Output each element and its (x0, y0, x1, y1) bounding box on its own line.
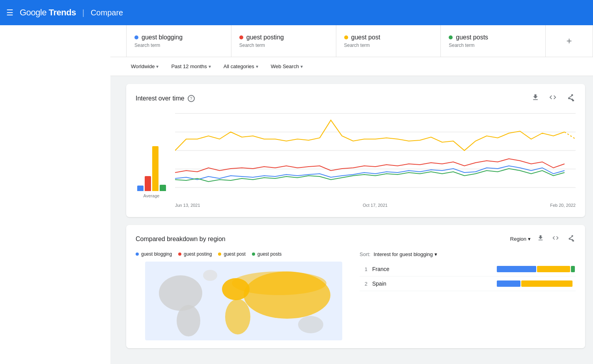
region-header: Compared breakdown by region Region ▾ (136, 233, 576, 245)
legend-dot-2 (178, 253, 181, 256)
time-filter[interactable]: Past 12 months ▾ (166, 60, 215, 72)
card-title-interest: Interest over time ? (136, 95, 195, 102)
term-dot-4 (449, 35, 453, 39)
share-button-region[interactable] (565, 233, 576, 245)
chart-main: 100 75 50 25 Jun 1 (175, 110, 576, 208)
share-button-interest[interactable] (565, 92, 576, 105)
region-body: guest blogging guest posting guest post (136, 251, 576, 340)
svg-point-15 (232, 271, 326, 295)
header-divider: | (82, 8, 84, 17)
sort-row: Sort: Interest for guest blogging ▾ (360, 251, 576, 257)
term-dot-3 (344, 35, 348, 39)
search-term-name-1: guest blogging (134, 34, 223, 41)
region-title: Compared breakdown by region (136, 236, 226, 243)
svg-point-11 (177, 305, 200, 336)
red-line (175, 159, 565, 173)
term-text-4: guest posts (456, 34, 488, 41)
term-label-4: Search term (449, 43, 537, 48)
search-term-name-2: guest posting (239, 34, 328, 41)
download-button-interest[interactable] (530, 92, 541, 105)
avg-legend: Average (136, 110, 167, 208)
term-dot-1 (134, 35, 138, 39)
menu-icon[interactable]: ☰ (6, 8, 13, 17)
search-term-cell-2[interactable]: guest posting Search term (231, 25, 336, 57)
region-section: Compared breakdown by region Region ▾ (126, 225, 585, 348)
legend-item-2: guest posting (178, 251, 212, 257)
spain-bar-yellow (521, 280, 572, 287)
country-name-france: France (372, 266, 492, 272)
x-axis-labels: Jun 13, 2021 Oct 17, 2021 Feb 20, 2022 (175, 201, 576, 208)
france-bar-blue (497, 266, 536, 272)
x-label-2: Oct 17, 2021 (363, 203, 388, 208)
card-actions-interest (530, 92, 576, 105)
sort-dropdown[interactable]: Interest for guest blogging ▾ (373, 251, 437, 257)
add-term-cell[interactable]: + (546, 25, 593, 57)
country-name-spain: Spain (372, 280, 492, 287)
search-term-cell-4[interactable]: guest posts Search term (441, 25, 546, 57)
france-bar-yellow (537, 266, 570, 272)
region-label: Region (510, 236, 526, 242)
legend-item-1: guest blogging (136, 251, 172, 257)
legend-item-4: guest posts (252, 251, 282, 257)
term-text-3: guest post (351, 34, 380, 41)
region-controls: Region ▾ (510, 233, 576, 245)
legend-item-3: guest post (218, 251, 245, 257)
term-text-2: guest posting (246, 34, 284, 41)
avg-bar-blue (137, 186, 144, 191)
france-bar-green (571, 266, 575, 272)
x-label-1: Jun 13, 2021 (175, 203, 200, 208)
sort-chevron-icon: ▾ (434, 251, 437, 257)
map-container (136, 262, 352, 340)
x-label-3: Feb 20, 2022 (550, 203, 576, 208)
sidebar (0, 25, 110, 364)
avg-bar-red (145, 176, 151, 191)
country-row-france: 1 France (360, 262, 576, 277)
location-label: Worldwide (131, 63, 155, 69)
help-icon[interactable]: ? (188, 95, 195, 102)
interest-title-text: Interest over time (136, 95, 185, 102)
location-chevron-icon: ▾ (156, 64, 159, 69)
legend-term-3: guest post (224, 251, 245, 257)
region-legend: guest blogging guest posting guest post (136, 251, 352, 257)
chart-area: Average 100 75 50 25 (126, 110, 585, 217)
add-term-button[interactable]: + (566, 35, 572, 46)
avg-bars-container (137, 144, 166, 191)
region-map: guest blogging guest posting guest post (136, 251, 352, 340)
chart-svg: 100 75 50 25 (175, 110, 576, 200)
search-type-chevron-icon: ▾ (300, 64, 303, 69)
app-logo: Google Trends (20, 7, 76, 18)
legend-dot-1 (136, 253, 139, 256)
country-num-1: 1 (360, 266, 367, 272)
world-map-svg (136, 262, 352, 340)
time-label: Past 12 months (171, 63, 207, 69)
search-term-cell-3[interactable]: guest post Search term (336, 25, 441, 57)
svg-point-13 (225, 299, 250, 334)
category-chevron-icon: ▾ (256, 64, 258, 69)
avg-bar-yellow (152, 146, 159, 191)
download-button-region[interactable] (535, 233, 546, 245)
country-num-2: 2 (360, 281, 367, 287)
sort-label: Sort: (360, 251, 370, 257)
embed-button-region[interactable] (550, 233, 561, 245)
search-type-label: Web Search (271, 63, 299, 69)
header: ☰ Google Trends | Compare (0, 0, 593, 25)
country-bars-france (497, 266, 576, 272)
yellow-line (175, 120, 565, 150)
category-label: All categories (224, 63, 254, 69)
blue-line (175, 166, 565, 180)
category-filter[interactable]: All categories ▾ (219, 60, 263, 72)
embed-button-interest[interactable] (547, 92, 558, 105)
country-bars-spain (497, 280, 576, 287)
card-header-interest: Interest over time ? (126, 84, 585, 110)
search-term-cell-1[interactable]: guest blogging Search term (126, 25, 231, 57)
search-term-name-4: guest posts (449, 34, 537, 41)
region-dropdown[interactable]: Region ▾ (510, 236, 531, 242)
term-label-1: Search term (134, 43, 223, 48)
search-type-filter[interactable]: Web Search ▾ (266, 60, 308, 72)
location-filter[interactable]: Worldwide ▾ (126, 60, 163, 72)
interest-over-time-card: Interest over time ? (126, 84, 585, 217)
term-label-3: Search term (344, 43, 433, 48)
avg-bar-green (160, 185, 166, 191)
green-line (175, 169, 565, 182)
legend-dot-3 (218, 253, 221, 256)
